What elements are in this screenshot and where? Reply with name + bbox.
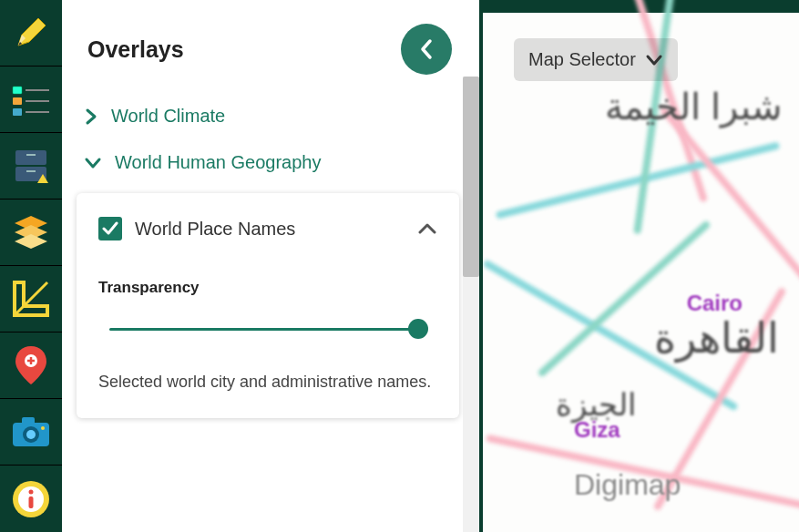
ruler-icon bbox=[11, 279, 51, 319]
tool-drawers[interactable] bbox=[0, 133, 62, 200]
drawers-icon bbox=[12, 147, 50, 185]
panel-header: Overlays bbox=[62, 0, 479, 93]
slider-thumb[interactable] bbox=[408, 319, 428, 339]
category-label: World Human Geography bbox=[115, 152, 321, 173]
svg-rect-6 bbox=[15, 150, 46, 165]
map-background: شبرا الخيمة Cairo القاهرة الجيزة Giza Di… bbox=[483, 13, 799, 532]
transparency-slider[interactable] bbox=[109, 317, 426, 344]
svg-point-18 bbox=[29, 489, 34, 494]
card-header: World Place Names bbox=[98, 217, 437, 240]
map-selector-button[interactable]: Map Selector bbox=[514, 38, 678, 81]
map-road bbox=[659, 106, 799, 292]
svg-rect-5 bbox=[26, 111, 49, 113]
category-world-human-geography[interactable]: World Human Geography bbox=[75, 139, 461, 186]
tool-camera[interactable] bbox=[0, 399, 62, 466]
panel-title: Overlays bbox=[87, 36, 184, 63]
layers-icon bbox=[11, 212, 51, 252]
svg-rect-3 bbox=[26, 100, 49, 102]
svg-rect-19 bbox=[29, 496, 34, 508]
toolbar bbox=[0, 0, 62, 532]
scroll-thumb[interactable] bbox=[463, 77, 479, 277]
map-watermark: Digimap bbox=[574, 468, 681, 502]
layer-card-world-place-names: World Place Names Transparency Selected … bbox=[77, 193, 459, 418]
collapse-card-button[interactable] bbox=[417, 222, 437, 235]
layer-description: Selected world city and administrative n… bbox=[98, 370, 437, 394]
panel-body: World Climate World Human Geography Worl… bbox=[62, 93, 479, 532]
map-label-shubra: شبرا الخيمة bbox=[605, 86, 783, 128]
tool-ruler[interactable] bbox=[0, 266, 62, 332]
svg-rect-0 bbox=[13, 87, 22, 94]
chevron-left-icon bbox=[419, 38, 434, 60]
tool-layers[interactable] bbox=[0, 200, 62, 266]
layer-checkbox[interactable] bbox=[98, 217, 122, 240]
svg-rect-9 bbox=[26, 170, 36, 172]
sliders-icon bbox=[11, 83, 51, 116]
svg-rect-12 bbox=[22, 417, 35, 425]
info-icon bbox=[11, 479, 51, 519]
map-label-cairo-en: Cairo bbox=[687, 291, 743, 316]
svg-rect-2 bbox=[13, 97, 22, 105]
tool-marker[interactable] bbox=[0, 332, 62, 399]
transparency-label: Transparency bbox=[98, 279, 437, 297]
tool-info[interactable] bbox=[0, 466, 62, 532]
collapse-panel-button[interactable] bbox=[401, 24, 452, 75]
map-area[interactable]: شبرا الخيمة Cairo القاهرة الجيزة Giza Di… bbox=[483, 0, 799, 532]
chevron-right-icon bbox=[84, 107, 98, 126]
overlays-panel: Overlays World Climate World Human Geogr… bbox=[62, 0, 479, 532]
category-world-climate[interactable]: World Climate bbox=[75, 93, 461, 139]
chevron-up-icon bbox=[417, 222, 437, 235]
map-label-cairo-ar: القاهرة bbox=[654, 313, 779, 363]
slider-track bbox=[109, 328, 426, 331]
chevron-down-icon bbox=[84, 156, 102, 170]
svg-point-14 bbox=[26, 430, 36, 439]
camera-icon bbox=[11, 415, 51, 448]
check-icon bbox=[102, 221, 118, 236]
chevron-down-icon bbox=[645, 54, 663, 66]
tool-pencil[interactable] bbox=[0, 0, 62, 66]
marker-icon bbox=[14, 344, 48, 386]
svg-rect-4 bbox=[13, 108, 22, 116]
map-label-giza-en: Giza bbox=[574, 417, 620, 443]
pencil-icon bbox=[13, 15, 49, 51]
map-selector-label: Map Selector bbox=[528, 49, 636, 70]
tool-sliders[interactable] bbox=[0, 66, 62, 133]
svg-rect-1 bbox=[26, 89, 49, 91]
svg-point-15 bbox=[41, 426, 45, 430]
category-label: World Climate bbox=[111, 106, 225, 127]
scrollbar[interactable] bbox=[463, 77, 479, 532]
svg-rect-7 bbox=[26, 154, 36, 156]
layer-title: World Place Names bbox=[135, 219, 295, 240]
